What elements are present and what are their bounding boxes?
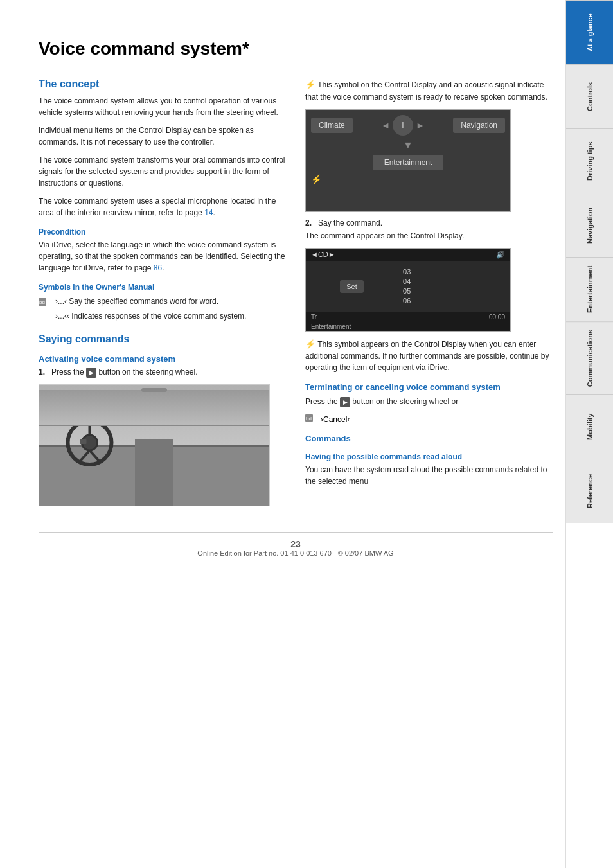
read-aloud-text: You can have the system read aloud the p… bbox=[305, 464, 553, 487]
cd-track-list: 03 04 05 06 bbox=[398, 261, 510, 312]
symbol-list: bd ›...‹ Say the specified commands word… bbox=[39, 297, 286, 321]
cancel-command-text: ›Cancel‹ bbox=[321, 415, 350, 424]
svg-text:bd: bd bbox=[306, 416, 312, 421]
step-1-num: 1. bbox=[39, 368, 49, 376]
right-column: ⚡ This symbol on the Control Display and… bbox=[305, 78, 553, 513]
sidebar-tab-navigation[interactable]: Navigation bbox=[566, 193, 613, 257]
concept-para-4: The voice command system uses a special … bbox=[39, 195, 286, 218]
concept-para-2: Individual menu items on the Control Dis… bbox=[39, 125, 286, 148]
two-column-layout: The concept The voice command system all… bbox=[39, 78, 553, 513]
page-link-86[interactable]: 86 bbox=[154, 263, 162, 272]
cd-screen-image: ◄ CD ► 🔊 Set 03 04 05 06 bbox=[305, 248, 511, 332]
page-footer: 23 Online Edition for Part no. 01 41 0 0… bbox=[39, 532, 553, 557]
voice-btn-icon-2: ▶ bbox=[340, 397, 350, 407]
step-1: 1. Press the ▶ button on the steering wh… bbox=[39, 368, 286, 378]
main-content: Voice command system* The concept The vo… bbox=[0, 0, 565, 868]
cd-track-04: 04 bbox=[403, 278, 505, 285]
precondition-heading: Precondition bbox=[39, 227, 286, 236]
svg-line-5 bbox=[79, 450, 89, 462]
symbol-icon-1: bd bbox=[39, 297, 51, 308]
read-aloud-heading: Having the possible commands read aloud bbox=[305, 452, 553, 461]
footer-text: Online Edition for Part no. 01 41 0 013 … bbox=[39, 549, 553, 557]
terminate-heading: Terminating or canceling voice command s… bbox=[305, 382, 553, 392]
steering-wheel-image bbox=[39, 384, 270, 506]
page-number: 23 bbox=[39, 539, 553, 549]
cd-left-panel: Set bbox=[306, 261, 398, 312]
cd-arrow-left: ◄ bbox=[311, 251, 318, 258]
cd-footer: Tr 00:00 bbox=[306, 312, 510, 322]
sidebar-tab-driving-tips[interactable]: Driving tips bbox=[566, 128, 613, 193]
cd-track-03: 03 bbox=[403, 268, 505, 276]
cd-label: CD bbox=[318, 251, 328, 258]
sidebar-tab-mobility[interactable]: Mobility bbox=[566, 394, 613, 459]
precondition-text: Via iDrive, select the language in which… bbox=[39, 239, 286, 274]
sidebar: At a glance Controls Driving tips Naviga… bbox=[565, 0, 613, 868]
symbol-item-2: ›...‹‹ Indicates responses of the voice … bbox=[39, 312, 286, 321]
cd-track-05: 05 bbox=[403, 287, 505, 295]
sidebar-tab-entertainment[interactable]: Entertainment bbox=[566, 257, 613, 321]
sidebar-tab-communications[interactable]: Communications bbox=[566, 321, 613, 394]
saying-commands-heading: Saying commands bbox=[39, 333, 286, 345]
page-title: Voice command system* bbox=[39, 39, 553, 59]
nav-arrow-right: ► bbox=[416, 120, 425, 130]
svg-text:bd: bd bbox=[39, 299, 45, 305]
svg-line-6 bbox=[89, 450, 100, 462]
nav-screen-bolt: ⚡ bbox=[311, 174, 505, 184]
nav-entertainment-btn: Entertainment bbox=[373, 155, 444, 170]
cd-header: ◄ CD ► 🔊 bbox=[306, 249, 510, 261]
sidebar-tab-at-a-glance[interactable]: At a glance bbox=[566, 0, 613, 64]
nav-screen-image: Climate ◄ i ► Navigation ▼ bbox=[305, 109, 511, 212]
step-2: 2. Say the command. bbox=[305, 218, 553, 227]
nav-climate-btn: Climate bbox=[311, 118, 353, 133]
sidebar-tab-reference[interactable]: Reference bbox=[566, 459, 613, 523]
page-container: Voice command system* The concept The vo… bbox=[0, 0, 613, 868]
step-2-num: 2. bbox=[305, 218, 316, 227]
voice-btn-icon-1: ▶ bbox=[86, 368, 96, 378]
sidebar-tab-controls[interactable]: Controls bbox=[566, 64, 613, 128]
bolt-symbol-1: ⚡ bbox=[305, 80, 315, 89]
cd-speaker-icon: 🔊 bbox=[496, 251, 505, 259]
cancel-row: bd ›Cancel‹ bbox=[305, 414, 553, 425]
cd-arrow-right: ► bbox=[328, 251, 335, 258]
symbol-control-text: ⚡ This symbol on the Control Display and… bbox=[305, 78, 553, 103]
cd-track-06: 06 bbox=[403, 297, 505, 305]
cancel-icon: bd bbox=[305, 414, 317, 425]
symbol-text-2: ›...‹‹ Indicates responses of the voice … bbox=[55, 312, 246, 321]
activating-heading: Activating voice command system bbox=[39, 354, 286, 364]
nav-center-btn: i bbox=[393, 115, 413, 136]
bolt-symbol-2: ⚡ bbox=[305, 339, 315, 349]
symbol-control-text-2: ⚡ This symbol appears on the Control Dis… bbox=[305, 338, 553, 374]
concept-para-1: The voice command system allows you to c… bbox=[39, 95, 286, 118]
svg-rect-7 bbox=[80, 439, 86, 444]
cd-footer-entertainment: Entertainment bbox=[306, 322, 510, 332]
cd-body: Set 03 04 05 06 bbox=[306, 261, 510, 312]
nav-arrow-down: ▼ bbox=[311, 139, 505, 151]
symbol-text-1: ›...‹ Say the specified commands word fo… bbox=[55, 297, 218, 306]
commands-heading: Commands bbox=[305, 434, 553, 443]
terminate-text: Press the ▶ button on the steering wheel… bbox=[305, 396, 553, 407]
left-column: The concept The voice command system all… bbox=[39, 78, 286, 513]
step-2-detail: The command appears on the Control Displ… bbox=[305, 230, 553, 242]
symbols-heading: Symbols in the Owner's Manual bbox=[39, 283, 286, 292]
cd-set-btn: Set bbox=[340, 280, 364, 293]
cd-footer-left: Tr bbox=[311, 314, 317, 321]
nav-navigation-btn: Navigation bbox=[453, 118, 505, 133]
page-link-14[interactable]: 14 bbox=[204, 208, 213, 217]
concept-heading: The concept bbox=[39, 78, 286, 90]
nav-arrow-left: ◄ bbox=[381, 120, 390, 130]
concept-para-3: The voice command system transforms your… bbox=[39, 154, 286, 189]
symbol-item-1: bd ›...‹ Say the specified commands word… bbox=[39, 297, 286, 308]
cd-time: 00:00 bbox=[489, 314, 505, 321]
